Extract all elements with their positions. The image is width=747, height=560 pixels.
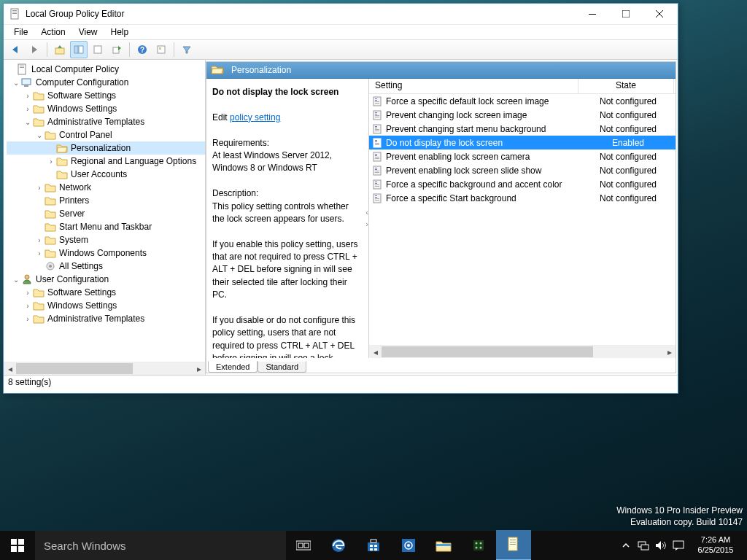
tree-item[interactable]: Server: [7, 207, 205, 220]
scroll-thumb[interactable]: [382, 346, 593, 357]
properties-button[interactable]: [89, 41, 107, 58]
expand-icon[interactable]: ›: [34, 249, 44, 257]
tree-item[interactable]: ›Network: [7, 181, 205, 194]
scroll-left-icon[interactable]: ◂: [4, 363, 16, 374]
taskbar-store[interactable]: [356, 531, 391, 560]
tree-item[interactable]: ›Administrative Templates: [7, 312, 205, 325]
tree-item[interactable]: ›System: [7, 233, 205, 246]
scroll-track[interactable]: [16, 363, 193, 374]
scroll-left-icon[interactable]: ◂: [369, 346, 382, 357]
tab-extended[interactable]: Extended: [208, 361, 258, 373]
taskbar-gpedit[interactable]: [496, 530, 531, 560]
tray-notifications-icon[interactable]: [670, 531, 687, 560]
expand-icon[interactable]: ›: [23, 92, 33, 100]
menu-file[interactable]: File: [8, 26, 34, 39]
expand-icon[interactable]: ›: [23, 302, 33, 310]
tree-item[interactable]: ›Windows Settings: [7, 102, 205, 115]
search-box[interactable]: Search Windows: [35, 531, 286, 560]
list-hscrollbar[interactable]: ◂ ▸: [369, 345, 676, 358]
setting-name: Prevent enabling lock screen camera: [386, 152, 530, 162]
list-row[interactable]: Prevent enabling lock screen slide showN…: [369, 163, 676, 177]
taskbar-settings[interactable]: [391, 531, 426, 560]
back-button[interactable]: [7, 41, 24, 58]
tree-label: Personalization: [71, 143, 131, 153]
list-row[interactable]: Force a specific background and accent c…: [369, 177, 676, 191]
list-rows[interactable]: Force a specific default lock screen ima…: [369, 94, 676, 345]
tree-computer-config[interactable]: ⌄Computer Configuration: [7, 76, 205, 89]
tree-user-config[interactable]: ⌄User Configuration: [7, 273, 205, 286]
list-row[interactable]: Prevent enabling lock screen cameraNot c…: [369, 149, 676, 163]
close-button[interactable]: [643, 4, 676, 24]
tree-item[interactable]: ⌄Control Panel: [7, 128, 205, 141]
col-setting[interactable]: Setting: [369, 79, 578, 93]
tree-item-personalization[interactable]: Personalization: [7, 141, 205, 155]
svg-rect-68: [375, 198, 379, 199]
window-title: Local Group Policy Editor: [26, 9, 576, 19]
list-row[interactable]: Do not display the lock screenEnabled: [369, 136, 676, 149]
collapse-icon[interactable]: ⌄: [23, 118, 33, 126]
menu-help[interactable]: Help: [105, 26, 135, 39]
expand-icon[interactable]: ›: [23, 289, 33, 297]
forward-button[interactable]: [26, 41, 43, 58]
tree-label: Printers: [59, 195, 89, 206]
tree-item[interactable]: ›Windows Components: [7, 246, 205, 260]
splitter-handle[interactable]: ‹›: [365, 79, 368, 358]
edit-policy-link[interactable]: policy setting: [230, 112, 280, 122]
tree-item[interactable]: ›Windows Settings: [7, 299, 205, 312]
tree-label: Regional and Language Options: [71, 156, 196, 166]
maximize-button[interactable]: [609, 4, 643, 24]
tree-item[interactable]: Printers: [7, 194, 205, 207]
scroll-track[interactable]: [382, 346, 663, 357]
collapse-icon[interactable]: ⌄: [11, 276, 21, 284]
svg-rect-43: [375, 129, 379, 130]
scroll-thumb[interactable]: [16, 363, 133, 374]
expand-icon[interactable]: ›: [46, 158, 56, 166]
tree-item[interactable]: ›Software Settings: [7, 89, 205, 102]
task-view-button[interactable]: [286, 531, 321, 560]
collapse-icon[interactable]: ⌄: [11, 79, 21, 87]
policy-tree[interactable]: Local Computer Policy ⌄Computer Configur…: [4, 60, 205, 362]
tray-date: 6/25/2015: [690, 545, 741, 556]
tree-item[interactable]: User Accounts: [7, 168, 205, 181]
start-button[interactable]: [0, 531, 35, 560]
export-button[interactable]: [108, 41, 125, 58]
taskbar-app[interactable]: [461, 531, 496, 560]
list-row[interactable]: Force a specific Start backgroundNot con…: [369, 191, 676, 205]
taskbar-explorer[interactable]: [426, 531, 461, 560]
tree-item[interactable]: ›Regional and Language Options: [7, 155, 205, 168]
scroll-right-icon[interactable]: ▸: [193, 363, 205, 374]
tray-network-icon[interactable]: [635, 531, 652, 560]
tray-volume-icon[interactable]: [652, 531, 670, 560]
tab-standard[interactable]: Standard: [258, 361, 306, 373]
tray-clock[interactable]: 7:26 AM 6/25/2015: [687, 535, 744, 556]
filter-button[interactable]: [178, 41, 196, 58]
show-hide-tree-button[interactable]: [70, 41, 88, 58]
list-row[interactable]: Prevent changing lock screen imageNot co…: [369, 108, 676, 122]
list-row[interactable]: Prevent changing start menu backgroundNo…: [369, 122, 676, 136]
tree-hscrollbar[interactable]: ◂ ▸: [4, 362, 205, 375]
menu-view[interactable]: View: [73, 26, 104, 39]
scroll-right-icon[interactable]: ▸: [663, 346, 676, 357]
help-button[interactable]: ?: [133, 41, 151, 58]
menu-action[interactable]: Action: [35, 26, 71, 39]
expand-icon[interactable]: ›: [34, 236, 44, 244]
expand-icon[interactable]: ›: [34, 184, 44, 192]
tree-item[interactable]: ›Software Settings: [7, 286, 205, 299]
tree-item[interactable]: ⌄Administrative Templates: [7, 115, 205, 128]
col-state[interactable]: State: [578, 79, 674, 93]
up-button[interactable]: [51, 41, 69, 58]
minimize-button[interactable]: [576, 4, 609, 24]
expand-icon[interactable]: ›: [23, 315, 33, 323]
tree-item[interactable]: All Settings: [7, 260, 205, 273]
collapse-icon[interactable]: ⌄: [34, 131, 44, 139]
tree-item[interactable]: Start Menu and Taskbar: [7, 220, 205, 233]
title-bar[interactable]: Local Group Policy Editor: [4, 4, 678, 25]
policy-item-icon: [372, 165, 383, 176]
list-row[interactable]: Force a specific default lock screen ima…: [369, 94, 676, 108]
taskbar-edge[interactable]: [321, 531, 356, 560]
expand-icon[interactable]: ›: [23, 105, 33, 113]
tray-overflow-icon[interactable]: [617, 531, 635, 560]
refresh-button[interactable]: [152, 41, 170, 58]
tree-root[interactable]: Local Computer Policy: [7, 63, 205, 76]
svg-rect-33: [375, 101, 379, 102]
